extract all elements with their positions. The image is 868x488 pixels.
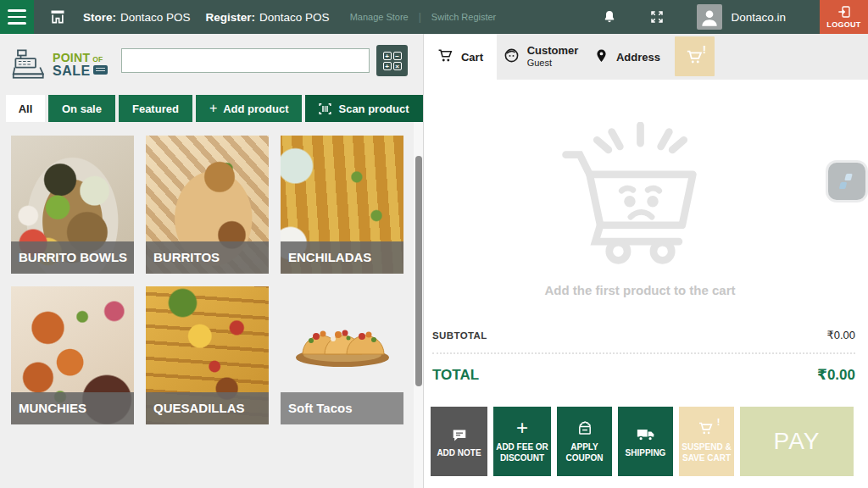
tab-scan-product[interactable]: Scan product (305, 95, 422, 122)
product-card-enchiladas[interactable]: ENCHILADAS (281, 136, 403, 274)
store-icon (49, 8, 66, 25)
product-search-input[interactable] (121, 48, 370, 73)
exclamation-mark: ! (703, 43, 706, 56)
logout-button[interactable]: LOGOUT (820, 0, 868, 34)
logout-icon (837, 5, 851, 19)
apply-coupon-button[interactable]: APPLY COUPON (557, 407, 612, 476)
topbar-divider: | (419, 11, 421, 23)
product-label: Soft Tacos (281, 392, 403, 424)
tab-all[interactable]: All (6, 95, 45, 122)
suspend-save-cart-button[interactable]: ! SUSPEND & SAVE CART (679, 407, 734, 476)
store-name: Dontaco POS (120, 11, 191, 24)
cart-panel: Cart Customer Guest Address (424, 34, 868, 488)
cart-icon (437, 47, 453, 66)
menu-button[interactable] (0, 0, 34, 34)
product-label: ENCHILADAS (281, 241, 403, 274)
notifications-bell-icon[interactable] (602, 9, 617, 25)
shipping-button[interactable]: SHIPPING (618, 407, 673, 476)
subtotal-row: SUBTOTAL ₹0.00 (432, 329, 855, 341)
cart-actions: ADD NOTE + ADD FEE OR DISCOUNT APPLY COU… (431, 407, 854, 476)
register-name: Dontaco POS (259, 11, 330, 24)
barcode-scan-icon (319, 103, 331, 114)
product-card-munchies[interactable]: MUNCHIES (11, 286, 134, 424)
store-label: Store: (83, 11, 116, 24)
register-label: Register: (206, 11, 256, 24)
coupon-icon (576, 419, 593, 436)
product-card-quesadillas[interactable]: QUESADILLAS (146, 286, 269, 424)
register-info: Register: Dontaco POS (206, 11, 330, 24)
tab-on-sale[interactable]: On sale (48, 95, 115, 122)
tab-add-product[interactable]: + Add product (196, 95, 303, 122)
suspended-carts-button[interactable]: ! (675, 36, 715, 76)
note-icon (452, 425, 467, 442)
cart-tabs: Cart Customer Guest Address (424, 34, 868, 80)
customer-name: Guest (527, 58, 579, 69)
logout-label: LOGOUT (826, 20, 860, 29)
product-card-burritos[interactable]: BURRITOS (146, 136, 269, 274)
fullscreen-icon[interactable] (649, 9, 665, 25)
logo-word-sale: SALE (53, 64, 91, 78)
avatar[interactable] (697, 4, 722, 30)
subtotal-value: ₹0.00 (826, 329, 855, 341)
products-panel: POINTOF SALE +−+× All On sale Featured +… (0, 34, 424, 488)
plus-icon: + (209, 101, 217, 116)
add-fee-discount-button[interactable]: + ADD FEE OR DISCOUNT (493, 407, 551, 476)
truck-icon (637, 425, 655, 442)
customer-face-icon (504, 47, 520, 66)
totals-divider (432, 352, 855, 354)
total-row: TOTAL ₹0.00 (432, 366, 855, 384)
store-info: Store: Dontaco POS (83, 11, 191, 24)
products-scrollbar[interactable] (414, 122, 423, 488)
keypad-button[interactable]: +−+× (376, 45, 408, 76)
widget-button[interactable] (828, 163, 865, 200)
calculator-grid-icon: +−+× (383, 52, 402, 70)
tab-cart[interactable]: Cart (424, 34, 497, 80)
product-label: MUNCHIES (11, 392, 134, 424)
subtotal-label: SUBTOTAL (432, 330, 487, 341)
cart-alert-icon (686, 47, 704, 66)
product-label: QUESADILLAS (146, 392, 269, 424)
total-value: ₹0.00 (817, 366, 855, 384)
tab-customer[interactable]: Customer Guest (497, 34, 585, 80)
product-grid: BURRITO BOWLS BURRITOS ENCHILADAS MUNCHI… (11, 136, 403, 424)
product-card-soft-tacos[interactable]: Soft Tacos (281, 286, 403, 424)
scrollbar-thumb[interactable] (415, 156, 422, 386)
tab-featured[interactable]: Featured (119, 95, 192, 122)
category-tabs: All On sale Featured + Add product Scan … (6, 95, 423, 122)
cash-register-icon (12, 48, 47, 80)
switch-register-link[interactable]: Switch Register (431, 12, 496, 22)
product-card-burrito-bowls[interactable]: BURRITO BOWLS (11, 136, 134, 274)
s-logo-icon (837, 171, 857, 191)
product-label: BURRITO BOWLS (11, 241, 134, 274)
empty-cart-message: Add the first product to the cart (424, 283, 856, 297)
cart-alert-icon: ! (698, 419, 715, 436)
empty-cart-state: Add the first product to the cart (424, 122, 856, 297)
logo-word-of: OF (92, 55, 103, 64)
manage-store-link[interactable]: Manage Store (350, 12, 409, 22)
empty-cart-illustration (554, 122, 727, 268)
pos-app: Store: Dontaco POS Register: Dontaco POS… (0, 0, 868, 488)
username[interactable]: Dontaco.in (731, 11, 786, 24)
tab-address[interactable]: Address (585, 34, 670, 80)
product-label: BURRITOS (146, 241, 269, 274)
pay-button[interactable]: PAY (740, 407, 854, 476)
topbar: Store: Dontaco POS Register: Dontaco POS… (0, 0, 868, 34)
location-pin-icon (594, 48, 609, 65)
logo-badge-icon (93, 65, 108, 75)
total-label: TOTAL (432, 367, 479, 384)
add-note-button[interactable]: ADD NOTE (431, 407, 487, 476)
pos-logo: POINTOF SALE (12, 48, 108, 80)
logo-word-point: POINT (53, 51, 90, 64)
plus-icon: + (516, 419, 528, 436)
